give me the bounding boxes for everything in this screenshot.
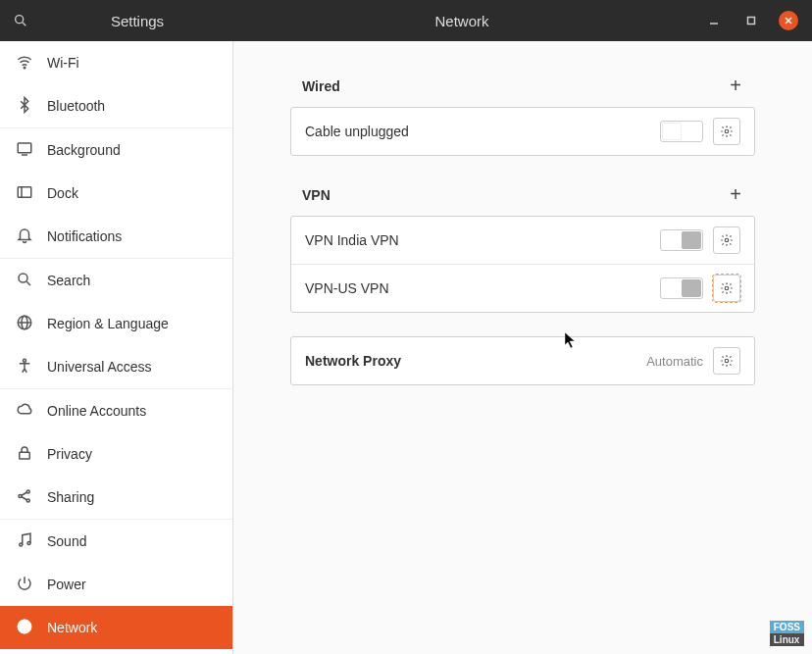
watermark-line1: FOSS	[770, 621, 804, 633]
vpn-toggle-0[interactable]	[660, 229, 703, 251]
svg-rect-7	[18, 143, 31, 153]
sidebar-item-label: Wi-Fi	[47, 55, 79, 71]
titlebar: Settings Network	[0, 0, 812, 41]
sidebar-item-label: Background	[47, 142, 121, 158]
vpn-row-1: VPN-US VPN	[291, 264, 754, 312]
wired-card: Cable unplugged	[290, 107, 755, 156]
minimize-button[interactable]	[704, 11, 724, 30]
vpn-settings-button-0[interactable]	[713, 226, 740, 254]
vpn-card: VPN India VPN VPN-US VPN	[290, 216, 755, 313]
wired-section: Wired + Cable unplugged	[290, 71, 755, 156]
sidebar-item-region-language[interactable]: Region & Language	[0, 302, 232, 345]
sidebar-item-label: Region & Language	[47, 316, 169, 331]
svg-point-24	[27, 541, 30, 544]
sidebar-item-network[interactable]: Network	[0, 606, 232, 649]
svg-point-28	[725, 129, 729, 133]
lock-icon	[16, 444, 33, 465]
sidebar-item-universal-access[interactable]: Universal Access	[0, 345, 232, 388]
sidebar-item-label: Dock	[47, 185, 78, 201]
sidebar-item-label: Universal Access	[47, 359, 152, 375]
svg-line-1	[23, 23, 25, 25]
sidebar-item-bluetooth[interactable]: Bluetooth	[0, 84, 232, 127]
sidebar-item-privacy[interactable]: Privacy	[0, 432, 232, 476]
sidebar-item-label: Online Accounts	[47, 403, 146, 419]
page-title: Network	[233, 13, 690, 29]
globe-icon	[16, 618, 33, 638]
globe-icon	[16, 314, 33, 334]
sidebar-item-power[interactable]: Power	[0, 563, 232, 606]
wired-row: Cable unplugged	[291, 108, 754, 155]
proxy-section: Network Proxy Automatic	[290, 336, 755, 385]
wired-toggle[interactable]	[660, 121, 703, 142]
wired-settings-button[interactable]	[713, 118, 740, 145]
close-button[interactable]	[779, 11, 798, 30]
vpn-title: VPN	[302, 187, 330, 203]
sidebar-item-label: Sound	[47, 533, 86, 549]
vpn-row-1-label: VPN-US VPN	[305, 280, 650, 296]
sidebar-item-label: Search	[47, 273, 90, 288]
svg-point-18	[19, 494, 22, 497]
vpn-section: VPN + VPN India VPN VPN-US VPN	[290, 179, 755, 313]
power-icon	[16, 575, 33, 595]
vpn-row-0-label: VPN India VPN	[305, 232, 650, 248]
window-controls	[690, 11, 812, 30]
proxy-card: Network Proxy Automatic	[290, 336, 755, 385]
bell-icon	[16, 226, 33, 247]
share-icon	[16, 487, 33, 508]
watermark-line2: Linux	[770, 633, 804, 646]
svg-point-23	[20, 543, 23, 546]
proxy-status: Automatic	[646, 354, 703, 369]
sidebar-item-background[interactable]: Background	[0, 128, 232, 172]
cloud-icon	[16, 401, 33, 422]
svg-point-0	[16, 16, 24, 24]
dock-icon	[16, 183, 33, 204]
sidebar-item-dock[interactable]: Dock	[0, 172, 232, 215]
vpn-add-button[interactable]: +	[724, 183, 747, 206]
proxy-label: Network Proxy	[305, 353, 636, 369]
wired-title: Wired	[302, 78, 340, 94]
sidebar-item-label: Sharing	[47, 489, 94, 505]
svg-rect-17	[20, 452, 30, 459]
vpn-settings-button-1[interactable]	[713, 275, 740, 302]
svg-point-31	[725, 359, 729, 363]
svg-point-16	[24, 359, 26, 362]
wired-add-button[interactable]: +	[724, 75, 747, 97]
sidebar-item-label: Network	[47, 620, 97, 635]
wired-row-label: Cable unplugged	[305, 124, 650, 139]
svg-point-11	[19, 274, 27, 282]
sidebar: Wi-FiBluetoothBackgroundDockNotification…	[0, 41, 233, 654]
maximize-button[interactable]	[741, 11, 761, 30]
svg-point-6	[24, 67, 25, 69]
proxy-settings-button[interactable]	[713, 347, 740, 375]
music-icon	[16, 531, 33, 552]
sidebar-item-online-accounts[interactable]: Online Accounts	[0, 389, 232, 432]
search-icon	[16, 271, 33, 291]
sidebar-item-search[interactable]: Search	[0, 259, 232, 302]
bluetooth-icon	[16, 96, 33, 117]
accessibility-icon	[16, 357, 33, 377]
svg-line-22	[22, 496, 26, 499]
watermark: FOSS Linux	[770, 621, 804, 646]
sidebar-item-wi-fi[interactable]: Wi-Fi	[0, 41, 232, 84]
sidebar-item-label: Bluetooth	[47, 98, 105, 114]
svg-point-19	[26, 490, 29, 493]
svg-point-30	[725, 286, 729, 290]
search-button[interactable]	[0, 13, 41, 28]
sidebar-item-notifications[interactable]: Notifications	[0, 215, 232, 258]
svg-point-20	[26, 499, 29, 502]
vpn-toggle-1[interactable]	[660, 277, 703, 299]
sidebar-item-label: Notifications	[47, 228, 122, 244]
proxy-row[interactable]: Network Proxy Automatic	[291, 337, 754, 384]
sidebar-item-sound[interactable]: Sound	[0, 520, 232, 563]
svg-rect-3	[748, 18, 755, 25]
main: Wi-FiBluetoothBackgroundDockNotification…	[0, 41, 812, 654]
content: Wired + Cable unplugged VPN +	[233, 41, 812, 654]
sidebar-item-label: Privacy	[47, 446, 92, 462]
svg-line-12	[26, 281, 30, 285]
sidebar-item-sharing[interactable]: Sharing	[0, 476, 232, 519]
sidebar-item-label: Power	[47, 577, 86, 592]
app-title: Settings	[41, 13, 233, 29]
svg-point-29	[725, 238, 729, 242]
vpn-row-0: VPN India VPN	[291, 217, 754, 264]
wifi-icon	[16, 53, 33, 74]
